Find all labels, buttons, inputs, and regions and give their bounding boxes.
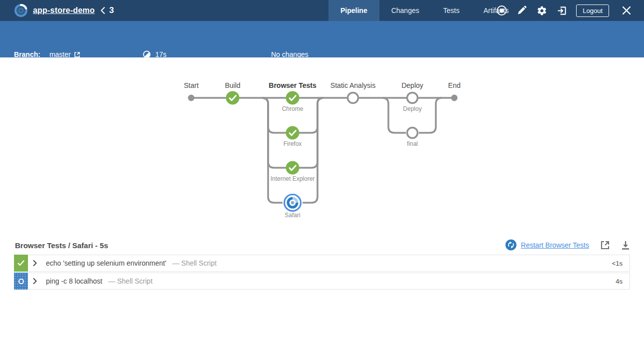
running-circle-icon bbox=[18, 279, 24, 284]
restart-icon bbox=[505, 239, 517, 251]
edit-pencil-icon[interactable] bbox=[516, 5, 527, 16]
node-label-safari: Safari bbox=[285, 212, 300, 219]
step-status-success-strip bbox=[14, 255, 28, 272]
node-internet-explorer[interactable] bbox=[286, 161, 300, 175]
success-check-icon bbox=[17, 260, 24, 266]
stage-label-static-analysis: Static Analysis bbox=[330, 81, 375, 89]
node-label-firefox: Firefox bbox=[284, 140, 302, 147]
node-label-final: final bbox=[407, 140, 418, 147]
log-step-row-success[interactable]: echo 'setting up selenium environment' —… bbox=[14, 255, 630, 272]
node-final[interactable] bbox=[407, 128, 418, 138]
tab-tests[interactable]: Tests bbox=[431, 0, 472, 21]
download-log-icon[interactable] bbox=[621, 240, 630, 250]
blue-ocean-logo-icon[interactable] bbox=[13, 2, 29, 18]
stage-label-build: Build bbox=[225, 81, 240, 89]
node-start[interactable] bbox=[188, 95, 195, 101]
stage-label-browser-tests: Browser Tests bbox=[269, 81, 316, 89]
back-chevron-icon[interactable] bbox=[100, 6, 105, 14]
step-type: — Shell Script bbox=[108, 277, 153, 285]
step-duration: 4s bbox=[616, 278, 623, 285]
node-firefox[interactable] bbox=[286, 126, 300, 140]
node-label-internet-explorer: Internet Explorer bbox=[271, 175, 315, 182]
top-navigation-bar: app-store-demo 3 Pipeline Changes Tests … bbox=[0, 0, 644, 21]
chevron-right-icon[interactable] bbox=[33, 278, 37, 284]
run-number: 3 bbox=[109, 5, 114, 15]
node-label-deploy: Deploy bbox=[403, 105, 421, 112]
node-label-chrome: Chrome bbox=[282, 105, 304, 112]
run-info-bar: Branch: master Commit: 55347d4 17s bbox=[0, 21, 644, 57]
node-chrome[interactable] bbox=[286, 91, 300, 105]
blue-ocean-app: app-store-demo 3 Pipeline Changes Tests … bbox=[0, 0, 644, 355]
step-type: — Shell Script bbox=[172, 259, 217, 267]
stage-label-start: Start bbox=[184, 81, 199, 89]
node-deploy[interactable] bbox=[407, 93, 418, 103]
settings-gear-icon[interactable] bbox=[536, 5, 547, 16]
restart-link-label: Restart Browser Tests bbox=[521, 241, 589, 249]
log-step-row-running[interactable]: ping -c 8 localhost — Shell Script 4s bbox=[14, 273, 630, 290]
browser-tests-connectors bbox=[262, 98, 323, 203]
step-row-body: echo 'setting up selenium environment' —… bbox=[28, 255, 630, 272]
node-build[interactable] bbox=[226, 91, 240, 105]
log-step-list: echo 'setting up selenium environment' —… bbox=[14, 255, 630, 291]
header-actions: Logout bbox=[496, 0, 644, 21]
branch-external-link-icon[interactable] bbox=[74, 51, 80, 58]
stage-label-deploy: Deploy bbox=[401, 81, 423, 89]
step-command: ping -c 8 localhost bbox=[46, 277, 102, 285]
pipeline-graph bbox=[0, 57, 644, 230]
restart-stage-link[interactable]: Restart Browser Tests bbox=[505, 239, 589, 251]
open-in-new-window-icon[interactable] bbox=[600, 240, 610, 250]
stage-label-end: End bbox=[448, 81, 461, 89]
log-controls: Restart Browser Tests bbox=[505, 239, 630, 251]
step-command: echo 'setting up selenium environment' bbox=[46, 259, 166, 267]
header-tabs: Pipeline Changes Tests Artifacts bbox=[328, 0, 521, 21]
step-row-body: ping -c 8 localhost — Shell Script 4s bbox=[28, 273, 630, 290]
project-title-link[interactable]: app-store-demo bbox=[33, 6, 95, 15]
logout-button[interactable]: Logout bbox=[576, 4, 609, 17]
chevron-right-icon[interactable] bbox=[33, 260, 37, 266]
tab-changes[interactable]: Changes bbox=[379, 0, 431, 21]
go-to-classic-exit-icon[interactable] bbox=[556, 5, 567, 16]
node-static-analysis[interactable] bbox=[348, 93, 358, 103]
node-safari-selected-running[interactable] bbox=[285, 195, 301, 211]
tab-pipeline[interactable]: Pipeline bbox=[328, 0, 379, 21]
close-icon[interactable] bbox=[621, 5, 632, 16]
step-duration: <1s bbox=[612, 260, 623, 267]
stop-run-icon[interactable] bbox=[496, 5, 507, 16]
step-status-running-strip bbox=[14, 273, 28, 290]
node-end[interactable] bbox=[451, 95, 458, 101]
log-section-title: Browser Tests / Safari - 5s bbox=[15, 241, 108, 250]
